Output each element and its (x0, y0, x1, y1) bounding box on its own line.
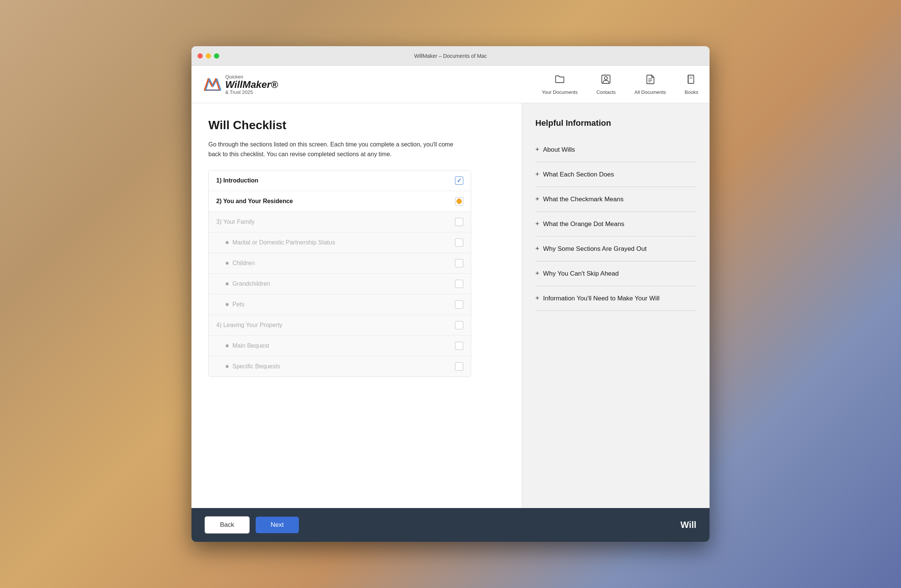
item-label-pets: Pets (226, 301, 245, 308)
nav-books[interactable]: Books (685, 74, 698, 95)
help-label-what-each-section: What Each Section Does (543, 171, 614, 178)
checklist-item-children: Children (209, 253, 471, 274)
checklist-item-main-bequest: Main Bequest (209, 336, 471, 356)
person-icon (601, 74, 611, 87)
checklist-item-grandchildren: Grandchildren (209, 274, 471, 294)
help-item-what-each-section[interactable]: + What Each Section Does (535, 162, 697, 187)
item-label-leaving-property: 4) Leaving Your Property (216, 322, 282, 329)
item-label-you-and-residence: 2) You and Your Residence (216, 198, 293, 204)
checklist: 1) Introduction 2) You and Your Residenc… (208, 170, 471, 377)
nav-all-documents[interactable]: All Documents (634, 74, 666, 95)
sub-bullet-main-bequest (226, 344, 229, 347)
checkbox-children (455, 259, 463, 267)
section-label: Will (681, 520, 697, 530)
item-label-specific-bequests: Specific Bequests (226, 363, 280, 370)
window-title: WillMaker – Documents of Mac (414, 53, 487, 59)
nav-your-documents-label: Your Documents (542, 89, 578, 95)
nav-your-documents[interactable]: Your Documents (542, 74, 578, 95)
item-label-children: Children (226, 260, 255, 267)
plus-icon-why-grayed-out: + (535, 245, 539, 253)
main-content: Will Checklist Go through the sections l… (192, 103, 709, 508)
nav-all-documents-label: All Documents (634, 89, 666, 95)
logo: Quicken WillMaker® & Trust 2025 (203, 74, 278, 95)
help-item-info-needed[interactable]: + Information You'll Need to Make Your W… (535, 286, 697, 311)
minimize-button[interactable] (206, 53, 211, 59)
svg-rect-7 (688, 75, 694, 83)
logo-trust: & Trust 2025 (225, 89, 278, 95)
back-button[interactable]: Back (204, 516, 249, 533)
logo-text: Quicken WillMaker® & Trust 2025 (225, 74, 278, 95)
checkbox-main-bequest (455, 342, 463, 350)
help-label-info-needed: Information You'll Need to Make Your Wil… (543, 295, 659, 302)
sub-bullet-specific-bequests (226, 365, 229, 368)
help-label-what-checkmark-means: What the Checkmark Means (543, 196, 624, 203)
book-icon (686, 74, 697, 87)
checkbox-specific-bequests (455, 362, 463, 371)
page-description: Go through the sections listed on this s… (208, 140, 464, 159)
help-item-what-checkmark-means[interactable]: + What the Checkmark Means (535, 187, 697, 212)
sub-bullet (226, 241, 229, 244)
checklist-item-introduction[interactable]: 1) Introduction (209, 170, 471, 191)
left-panel: Will Checklist Go through the sections l… (192, 103, 522, 508)
next-button[interactable]: Next (256, 517, 299, 533)
sub-bullet-grandchildren (226, 282, 229, 285)
item-label-introduction: 1) Introduction (216, 177, 258, 184)
checklist-item-marital-status: Marital or Domestic Partnership Status (209, 232, 471, 253)
close-button[interactable] (198, 53, 203, 59)
nav-contacts-label: Contacts (597, 89, 616, 95)
willmaker-logo-icon (203, 75, 221, 94)
checklist-item-leaving-property: 4) Leaving Your Property (209, 315, 471, 336)
helpful-info-title: Helpful Information (535, 118, 697, 128)
plus-icon-about-wills: + (535, 146, 539, 154)
right-panel: Helpful Information + About Wills + What… (522, 103, 709, 508)
help-label-about-wills: About Wills (543, 146, 575, 154)
item-label-main-bequest: Main Bequest (226, 342, 269, 349)
sub-bullet-children (226, 262, 229, 265)
logo-willmaker: WillMaker® (225, 80, 278, 89)
document-icon (645, 74, 655, 87)
plus-icon-info-needed: + (535, 294, 539, 302)
help-label-why-grayed-out: Why Some Sections Are Grayed Out (543, 245, 647, 253)
item-label-marital-status: Marital or Domestic Partnership Status (226, 239, 335, 246)
orange-dot-indicator (457, 199, 462, 204)
plus-icon-why-cant-skip: + (535, 270, 539, 278)
nav-contacts[interactable]: Contacts (597, 74, 616, 95)
checklist-item-you-and-residence[interactable]: 2) You and Your Residence (209, 191, 471, 212)
checkbox-your-family (455, 218, 463, 226)
app-window: WillMaker – Documents of Mac Quicken Wil… (192, 46, 709, 542)
item-label-grandchildren: Grandchildren (226, 281, 270, 287)
checkbox-leaving-property (455, 321, 463, 329)
window-controls (198, 53, 219, 59)
checklist-item-specific-bequests: Specific Bequests (209, 356, 471, 377)
help-label-why-cant-skip: Why You Can't Skip Ahead (543, 270, 619, 278)
checklist-item-your-family: 3) Your Family (209, 212, 471, 232)
help-item-why-cant-skip[interactable]: + Why You Can't Skip Ahead (535, 261, 697, 286)
plus-icon-what-orange-dot-means: + (535, 220, 539, 228)
checkbox-introduction[interactable] (455, 176, 463, 185)
bottom-bar: Back Next Will (192, 508, 709, 542)
checkbox-marital-status (455, 239, 463, 247)
plus-icon-what-checkmark-means: + (535, 195, 539, 203)
sub-bullet-pets (226, 303, 229, 306)
folder-icon (555, 74, 565, 87)
main-nav: Your Documents Contacts (542, 74, 698, 95)
header: Quicken WillMaker® & Trust 2025 Your Doc… (192, 66, 709, 103)
svg-point-3 (605, 76, 608, 80)
help-label-what-orange-dot-means: What the Orange Dot Means (543, 220, 624, 228)
help-item-why-grayed-out[interactable]: + Why Some Sections Are Grayed Out (535, 237, 697, 261)
checkbox-pets (455, 300, 463, 309)
item-label-your-family: 3) Your Family (216, 218, 254, 225)
nav-books-label: Books (685, 89, 698, 95)
checklist-item-pets: Pets (209, 294, 471, 315)
titlebar: WillMaker – Documents of Mac (192, 46, 709, 66)
help-item-what-orange-dot-means[interactable]: + What the Orange Dot Means (535, 212, 697, 237)
maximize-button[interactable] (214, 53, 219, 59)
checkbox-grandchildren (455, 280, 463, 288)
plus-icon-what-each-section: + (535, 170, 539, 178)
page-title: Will Checklist (208, 118, 505, 132)
checkbox-you-and-residence[interactable] (455, 197, 463, 205)
help-item-about-wills[interactable]: + About Wills (535, 137, 697, 162)
